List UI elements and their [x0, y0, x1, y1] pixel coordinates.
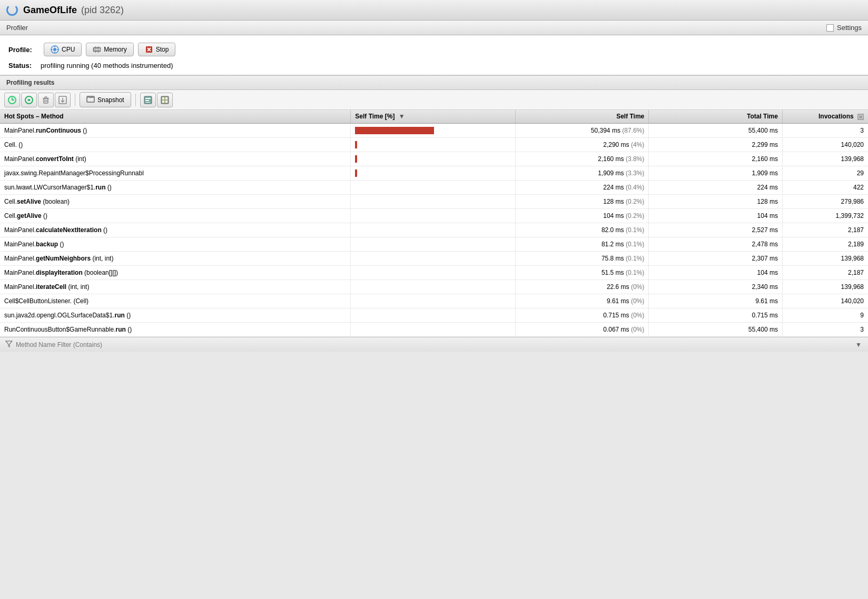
toolbar-row: Snapshot [0, 90, 868, 110]
cell-bar [351, 308, 515, 323]
cell-total-time: 104 ms [649, 209, 783, 223]
cell-self-time: 82.0 ms (0.1%) [515, 223, 649, 237]
snapshot-button[interactable]: Snapshot [80, 92, 131, 107]
cell-total-time: 2,307 ms [649, 252, 783, 266]
svg-marker-44 [6, 341, 12, 347]
cell-invocations: 140,020 [782, 294, 868, 308]
memory-button[interactable]: Memory [86, 43, 133, 56]
col-header-invoc[interactable]: Invocations [782, 110, 868, 123]
table-row: MainPanel.runContinuous ()50,394 ms (87.… [0, 123, 868, 138]
cell-total-time: 104 ms [649, 266, 783, 280]
col-header-self-pct[interactable]: Self Time [%] ▼ [351, 110, 515, 123]
cell-invocations: 2,189 [782, 237, 868, 252]
cell-bar [351, 294, 515, 308]
cell-self-time: 224 ms (0.4%) [515, 181, 649, 195]
cell-method: MainPanel.runContinuous () [0, 123, 351, 138]
cpu-button[interactable]: CPU [44, 43, 82, 56]
cell-method: MainPanel.iterateCell (int, int) [0, 280, 351, 294]
status-row: Status: profiling running (40 methods in… [8, 62, 860, 69]
stop-button[interactable]: Stop [138, 43, 176, 56]
toolbar-separator-2 [135, 94, 136, 106]
cell-bar [351, 266, 515, 280]
settings-checkbox[interactable] [826, 24, 834, 32]
cell-invocations: 9 [782, 308, 868, 323]
cell-total-time: 128 ms [649, 195, 783, 209]
export-button[interactable] [55, 93, 71, 107]
table-row: sun.java2d.opengl.OGLSurfaceData$1.run (… [0, 308, 868, 323]
cell-total-time: 55,400 ms [649, 123, 783, 138]
cell-invocations: 2,187 [782, 266, 868, 280]
trash-button[interactable] [38, 93, 54, 107]
table-row: MainPanel.displayIteration (boolean[][])… [0, 266, 868, 280]
svg-rect-13 [95, 52, 96, 53]
cell-total-time: 1,909 ms [649, 166, 783, 181]
cell-bar [351, 152, 515, 166]
col-header-total[interactable]: Total Time [649, 110, 783, 123]
view-button-1[interactable] [140, 93, 156, 107]
stop-icon [145, 45, 153, 54]
cell-method: Cell$CellButtonListener. (Cell) [0, 294, 351, 308]
cell-method: Cell. () [0, 138, 351, 152]
cell-self-time: 2,290 ms (4%) [515, 138, 649, 152]
app-pid: (pid 3262) [81, 5, 124, 16]
cell-total-time: 2,160 ms [649, 152, 783, 166]
snapshot-icon [86, 95, 95, 105]
method-filter-input[interactable] [16, 341, 854, 348]
cell-bar [351, 209, 515, 223]
title-bar: GameOfLife (pid 3262) [0, 0, 868, 21]
refresh-button-2[interactable] [21, 93, 37, 107]
status-label: Status: [8, 62, 37, 69]
refresh-button-1[interactable] [4, 93, 20, 107]
cell-self-time: 2,160 ms (3.8%) [515, 152, 649, 166]
svg-rect-30 [88, 97, 89, 98]
svg-rect-38 [162, 101, 164, 103]
cell-total-time: 2,340 ms [649, 280, 783, 294]
cell-invocations: 2,187 [782, 223, 868, 237]
cell-total-time: 2,527 ms [649, 223, 783, 237]
cell-bar [351, 138, 515, 152]
table-row: MainPanel.iterateCell (int, int)22.6 ms … [0, 280, 868, 294]
settings-label: Settings [837, 24, 862, 32]
results-section: Profiling results [0, 75, 868, 337]
svg-rect-7 [94, 48, 95, 51]
filter-dropdown-button[interactable]: ▼ [854, 341, 863, 349]
cell-invocations: 139,968 [782, 152, 868, 166]
cell-method: sun.java2d.opengl.OGLSurfaceData$1.run (… [0, 308, 351, 323]
cell-method: Cell.getAlive () [0, 209, 351, 223]
cell-self-time: 51.5 ms (0.1%) [515, 266, 649, 280]
toolbar-separator-1 [75, 94, 75, 106]
table-row: MainPanel.calculateNextIteration ()82.0 … [0, 223, 868, 237]
cell-total-time: 2,478 ms [649, 237, 783, 252]
cell-self-time: 0.715 ms (0%) [515, 308, 649, 323]
col-header-method[interactable]: Hot Spots – Method [0, 110, 351, 123]
cell-total-time: 0.715 ms [649, 308, 783, 323]
profiling-table: Hot Spots – Method Self Time [%] ▼ Self … [0, 110, 868, 337]
profile-row: Profile: CPU [8, 43, 860, 56]
view-button-2[interactable] [157, 93, 173, 107]
table-row: Cell. ()2,290 ms (4%)2,299 ms140,020 [0, 138, 868, 152]
svg-point-1 [53, 48, 56, 51]
cell-total-time: 224 ms [649, 181, 783, 195]
cell-self-time: 22.6 ms (0%) [515, 280, 649, 294]
table-row: sun.lwawt.LWCursorManager$1.run ()224 ms… [0, 181, 868, 195]
profiler-label: Profiler [6, 24, 28, 32]
col-header-self[interactable]: Self Time [515, 110, 649, 123]
svg-rect-36 [162, 97, 164, 99]
table-row: MainPanel.getNumNeighbors (int, int)75.8… [0, 252, 868, 266]
cell-bar [351, 223, 515, 237]
svg-rect-11 [95, 46, 96, 47]
cell-self-time: 75.8 ms (0.1%) [515, 252, 649, 266]
cell-bar [351, 237, 515, 252]
svg-rect-22 [45, 97, 47, 98]
cell-invocations: 279,986 [782, 195, 868, 209]
cell-invocations: 29 [782, 166, 868, 181]
svg-rect-37 [165, 97, 167, 99]
loading-icon [6, 4, 18, 16]
table-row: javax.swing.RepaintManager$ProcessingRun… [0, 166, 868, 181]
profiler-bar: Profiler Settings [0, 21, 868, 35]
table-row: MainPanel.backup ()81.2 ms (0.1%)2,478 m… [0, 237, 868, 252]
memory-button-label: Memory [104, 46, 126, 53]
cell-invocations: 3 [782, 123, 868, 138]
table-row: Cell.setAlive (boolean)128 ms (0.2%)128 … [0, 195, 868, 209]
svg-rect-39 [165, 101, 167, 103]
